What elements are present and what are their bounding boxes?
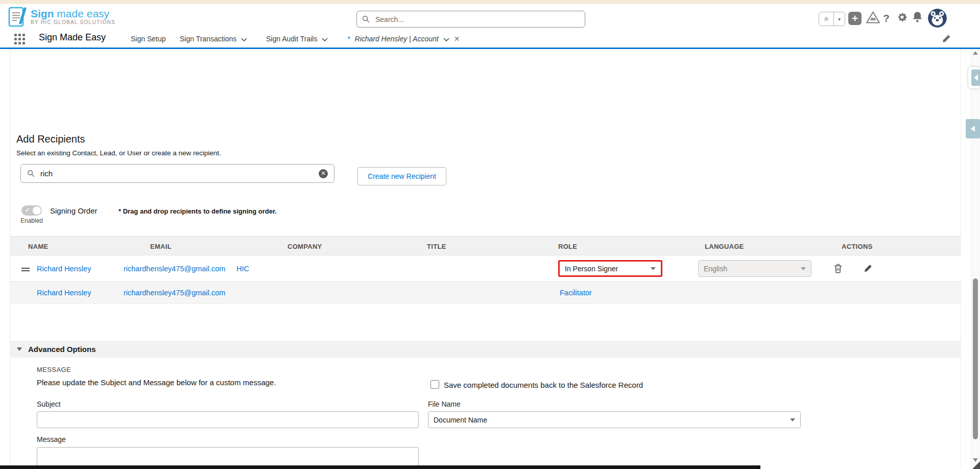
brand-tagline: BY HIC GLOBAL SOLUTIONS <box>31 19 115 26</box>
trailhead-icon[interactable] <box>866 11 880 25</box>
collapse-triangle-icon[interactable] <box>17 347 22 351</box>
panel-expand-button-top[interactable] <box>968 67 980 88</box>
signing-order-label: Signing Order <box>50 206 98 215</box>
clear-icon[interactable]: ✕ <box>319 169 328 178</box>
file-name-label: File Name <box>428 400 461 408</box>
edit-pencil-icon[interactable] <box>864 264 872 274</box>
file-name-select[interactable]: Document Name <box>428 411 801 428</box>
chevron-down-icon <box>651 267 656 270</box>
tab-sign-audit-trails[interactable]: Sign Audit Trails <box>266 35 328 43</box>
toggle-knob <box>33 206 41 215</box>
chevron-down-icon[interactable] <box>241 35 247 43</box>
table-row: Richard Hensley richardhensley475@gmail.… <box>10 282 961 304</box>
tab-sign-transactions[interactable]: Sign Transactions <box>180 35 247 43</box>
column-header-language: LANGUAGE <box>705 243 744 250</box>
recipient-email-link[interactable]: richardhensley475@gmail.com <box>124 289 225 297</box>
notification-bell-icon[interactable] <box>912 11 923 23</box>
resize-grip-icon <box>972 461 980 469</box>
tab-richard-hensley-account[interactable]: * Richard Hensley | Account ✕ <box>347 35 460 43</box>
subject-input[interactable] <box>37 411 419 428</box>
user-avatar[interactable] <box>928 9 947 28</box>
save-documents-label: Save completed documents back to the Sal… <box>444 381 643 389</box>
chevron-down-icon <box>790 418 795 421</box>
global-search[interactable] <box>356 11 585 28</box>
panel-expand-button-bottom[interactable] <box>966 119 980 138</box>
table-header-row: NAME EMAIL COMPANY TITLE ROLE LANGUAGE A… <box>10 236 961 255</box>
scroll-up-icon[interactable] <box>973 51 978 55</box>
brand-name: Sign made easy <box>31 8 115 19</box>
setup-gear-icon[interactable] <box>896 11 908 23</box>
column-header-actions: ACTIONS <box>842 243 873 250</box>
create-new-recipient-button[interactable]: Create new Recipient <box>357 167 446 185</box>
role-select[interactable]: In Person Signer <box>558 260 662 277</box>
recipient-search[interactable]: rich ✕ <box>20 164 334 183</box>
page-subtitle: Select an existing Contact, Lead, or Use… <box>16 149 221 157</box>
recipient-name-link[interactable]: Richard Hensley <box>37 265 91 273</box>
unsaved-indicator: * <box>347 35 350 43</box>
recipient-role-link[interactable]: Facilitator <box>560 289 592 297</box>
save-documents-checkbox[interactable] <box>431 380 439 389</box>
chevron-down-icon <box>801 267 806 270</box>
message-label: Message <box>37 435 66 443</box>
message-section-label: MESSAGE <box>37 366 71 373</box>
chevron-left-icon <box>971 69 980 86</box>
drag-handle-icon[interactable] <box>21 266 30 273</box>
recipient-email-link[interactable]: richardhensley475@gmail.com <box>124 265 225 273</box>
search-icon <box>27 170 35 177</box>
search-icon <box>362 15 370 23</box>
chevron-down-icon[interactable] <box>443 35 449 43</box>
app-window: Sign made easy BY HIC GLOBAL SOLUTIONS ★… <box>0 0 980 469</box>
subject-label: Subject <box>37 400 61 408</box>
chevron-left-icon <box>971 126 975 132</box>
favorites-caret-icon[interactable]: ▾ <box>833 12 845 26</box>
advanced-options-section-header[interactable]: Advanced Options <box>10 341 961 358</box>
column-header-email: EMAIL <box>150 243 172 250</box>
tab-sign-setup[interactable]: Sign Setup <box>131 35 166 43</box>
page-title: Add Recipients <box>16 133 85 145</box>
global-header: Sign made easy BY HIC GLOBAL SOLUTIONS ★… <box>0 4 980 28</box>
column-header-title: TITLE <box>427 243 446 250</box>
bottom-edge-bar <box>0 465 760 469</box>
signing-order-toggle[interactable]: ✓ <box>21 205 42 216</box>
recipient-name-link[interactable]: Richard Hensley <box>37 289 91 297</box>
close-icon[interactable]: ✕ <box>454 35 460 43</box>
help-icon[interactable]: ? <box>883 12 890 25</box>
language-select[interactable]: English <box>698 260 811 277</box>
browser-edge-strip <box>0 0 980 4</box>
brand-wordmark: Sign made easy BY HIC GLOBAL SOLUTIONS <box>31 8 115 26</box>
column-header-company: COMPANY <box>288 243 322 250</box>
recipient-company-link[interactable]: HIC <box>236 265 249 273</box>
scrollbar-thumb[interactable] <box>973 278 978 439</box>
global-search-input[interactable] <box>374 15 580 24</box>
recipient-search-value[interactable]: rich <box>40 169 313 178</box>
brand-logo-icon <box>8 6 28 30</box>
toggle-state-label: Enabled <box>20 217 43 224</box>
global-actions-add-icon[interactable]: + <box>848 12 862 25</box>
advanced-options-title: Advanced Options <box>28 345 96 354</box>
chevron-down-icon[interactable] <box>322 35 328 43</box>
favorites-star-icon[interactable]: ★ <box>819 12 833 26</box>
column-header-name: NAME <box>28 243 48 250</box>
app-launcher-icon[interactable] <box>14 34 25 44</box>
column-header-role: ROLE <box>558 243 577 250</box>
favorites-button-group: ★ ▾ <box>819 12 845 26</box>
trash-icon[interactable] <box>834 264 842 275</box>
edit-page-pencil-icon[interactable] <box>942 34 951 45</box>
signing-order-note: * Drag and drop recipients to define sig… <box>118 207 277 215</box>
table-row: Richard Hensley richardhensley475@gmail.… <box>10 255 961 282</box>
app-name: Sign Made Easy <box>39 32 106 43</box>
message-help-text: Please update the Subject and Message be… <box>37 378 276 387</box>
check-icon: ✓ <box>25 206 30 214</box>
